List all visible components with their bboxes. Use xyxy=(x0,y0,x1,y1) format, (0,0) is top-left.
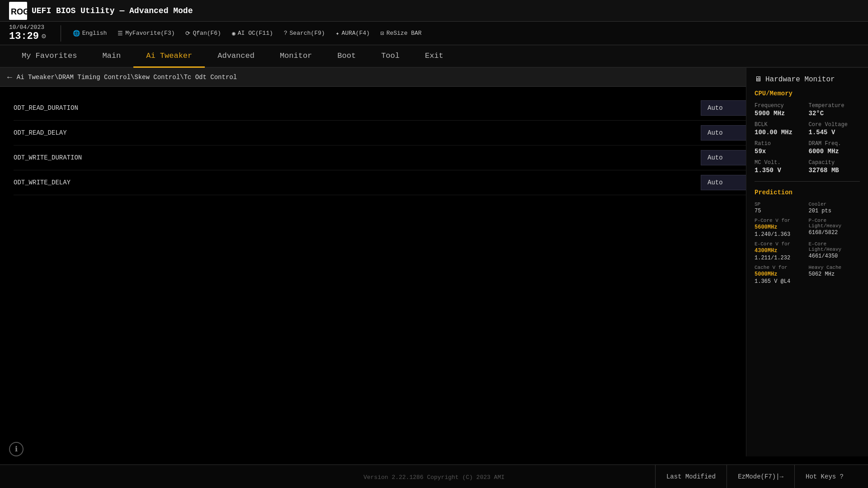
cpu-memory-section-title: CPU/Memory xyxy=(755,90,860,97)
pred-sp: SP 75 xyxy=(755,202,806,214)
nav-boot[interactable]: Boot xyxy=(325,45,368,68)
pred-cache-v: 1.365 V @L4 xyxy=(755,278,806,285)
pred-p-core-v: 1.240/1.363 xyxy=(755,231,806,238)
header: ROG UEFI BIOS Utility — Advanced Mode xyxy=(0,0,868,22)
hw-core-voltage: Core Voltage 1.545 V xyxy=(809,122,860,136)
pred-heavy-cache-value: 5062 MHz xyxy=(809,271,860,277)
pred-cooler-label: Cooler xyxy=(809,202,860,207)
svg-text:ROG: ROG xyxy=(11,7,27,16)
pred-p-core-v-section: P-Core V for 5600MHz 1.240/1.363 xyxy=(755,218,806,238)
hw-bclk-value: 100.00 MHz xyxy=(755,129,806,136)
logo: ROG UEFI BIOS Utility — Advanced Mode xyxy=(9,2,193,20)
pred-cooler: Cooler 201 pts xyxy=(809,202,860,214)
language-label: English xyxy=(82,30,107,37)
qfan-label: Qfan(F6) xyxy=(193,30,221,37)
aura-label: AURA(F4) xyxy=(341,30,369,37)
pred-p-core-lh-label: P-Core Light/Heavy xyxy=(809,218,860,229)
hw-mc-volt: MC Volt. 1.350 V xyxy=(755,160,806,174)
pred-sp-label: SP xyxy=(755,202,806,207)
nav-main[interactable]: Main xyxy=(90,45,133,68)
monitor-icon: 🖥 xyxy=(755,75,762,84)
nav-menu: My Favorites Main Ai Tweaker Advanced Mo… xyxy=(0,45,868,68)
hw-dram-freq-label: DRAM Freq. xyxy=(809,141,860,147)
hw-capacity: Capacity 32768 MB xyxy=(809,160,860,174)
settings-panel: ODT_READ_DURATION Auto ODT_READ_DELAY Au… xyxy=(0,87,868,465)
hw-capacity-label: Capacity xyxy=(809,160,860,166)
app-title: UEFI BIOS Utility — Advanced Mode xyxy=(32,6,193,15)
setting-label-odt-write-duration: ODT_WRITE_DURATION xyxy=(14,154,701,161)
toolbar-divider-1 xyxy=(61,25,61,42)
pred-cooler-value: 201 pts xyxy=(809,208,860,214)
nav-advanced[interactable]: Advanced xyxy=(205,45,267,68)
setting-row-odt-write-duration: ODT_WRITE_DURATION Auto xyxy=(14,145,854,170)
footer: Version 2.22.1286 Copyright (C) 2023 AMI… xyxy=(0,465,868,488)
hw-ratio-label: Ratio xyxy=(755,141,806,147)
pred-e-core-label: E-Core V for xyxy=(755,241,806,247)
hw-core-voltage-label: Core Voltage xyxy=(809,122,860,128)
hw-core-voltage-value: 1.545 V xyxy=(809,129,860,136)
my-favorite-label: MyFavorite(F3) xyxy=(125,30,175,37)
gear-icon[interactable]: ⚙ xyxy=(42,33,46,41)
pred-e-core-lh-label: E-Core Light/Heavy xyxy=(809,241,860,252)
hw-temperature: Temperature 32°C xyxy=(809,103,860,117)
resize-bar-btn[interactable]: ⊡ ReSize BAR xyxy=(376,28,426,39)
version-text: Version 2.22.1286 Copyright (C) 2023 AMI xyxy=(363,474,505,481)
my-favorite-btn[interactable]: ☰ MyFavorite(F3) xyxy=(113,28,179,39)
favorite-icon: ☰ xyxy=(118,30,123,37)
time-text: 13:29 xyxy=(9,31,39,42)
pred-sp-value: 75 xyxy=(755,208,806,214)
pred-e-core-v-section: E-Core V for 4300MHz 1.211/1.232 xyxy=(755,241,806,261)
language-btn[interactable]: 🌐 English xyxy=(68,28,112,39)
qfan-btn[interactable]: ⟳ Qfan(F6) xyxy=(181,28,225,39)
hw-capacity-value: 32768 MB xyxy=(809,167,860,174)
nav-exit[interactable]: Exit xyxy=(412,45,456,68)
nav-tool[interactable]: Tool xyxy=(368,45,412,68)
setting-row-odt-read-delay: ODT_READ_DELAY Auto xyxy=(14,121,854,145)
setting-label-odt-write-delay: ODT_WRITE_DELAY xyxy=(14,179,701,186)
date-text: 10/04/2023 xyxy=(9,24,46,31)
search-label: Search(F9) xyxy=(290,30,325,37)
fan-icon: ⟳ xyxy=(185,30,190,37)
hot-keys-btn[interactable]: Hot Keys ? xyxy=(794,465,854,488)
resize-icon: ⊡ xyxy=(381,30,384,37)
nav-my-favorites[interactable]: My Favorites xyxy=(9,45,90,68)
prediction-grid: SP 75 Cooler 201 pts P-Core V for 5600MH… xyxy=(755,202,860,285)
nav-ai-tweaker[interactable]: Ai Tweaker xyxy=(133,45,205,68)
pred-e-core-lh: 4661/4350 xyxy=(809,253,860,259)
hw-stats-grid: Frequency 5900 MHz Temperature 32°C BCLK… xyxy=(755,103,860,174)
pred-heavy-cache-label: Heavy Cache xyxy=(809,265,860,270)
hw-ratio: Ratio 59x xyxy=(755,141,806,155)
hw-bclk: BCLK 100.00 MHz xyxy=(755,122,806,136)
pred-e-core-freq: 4300MHz xyxy=(755,248,806,254)
search-btn[interactable]: ? Search(F9) xyxy=(279,28,330,38)
hw-monitor-title: 🖥 Hardware Monitor xyxy=(755,75,860,84)
ai-oc-btn[interactable]: ◉ AI OC(F11) xyxy=(227,28,278,39)
pred-p-core-freq: 5600MHz xyxy=(755,224,806,230)
hw-ratio-value: 59x xyxy=(755,148,806,155)
info-button[interactable]: ℹ xyxy=(9,442,24,456)
hw-mc-volt-label: MC Volt. xyxy=(755,160,806,166)
asus-logo-icon: ROG xyxy=(9,2,27,20)
datetime: 10/04/2023 13:29 ⚙ xyxy=(9,24,46,43)
ai-oc-label: AI OC(F11) xyxy=(238,30,273,37)
pred-cache-freq: 5000MHz xyxy=(755,271,806,277)
content-area: ODT_READ_DURATION Auto ODT_READ_DELAY Au… xyxy=(0,87,868,465)
back-button[interactable]: ← xyxy=(7,73,12,82)
hw-mc-volt-value: 1.350 V xyxy=(755,167,806,174)
pred-e-core-lh-section: E-Core Light/Heavy 4661/4350 xyxy=(809,241,860,261)
nav-monitor[interactable]: Monitor xyxy=(267,45,325,68)
ez-mode-btn[interactable]: EzMode(F7)|→ xyxy=(726,465,794,488)
setting-row-odt-write-delay: ODT_WRITE_DELAY Auto xyxy=(14,170,854,195)
ai-icon: ◉ xyxy=(232,30,236,37)
hw-dram-freq: DRAM Freq. 6000 MHz xyxy=(809,141,860,155)
aura-btn[interactable]: ✦ AURA(F4) xyxy=(331,28,374,39)
setting-row-odt-read-duration: ODT_READ_DURATION Auto xyxy=(14,96,854,121)
last-modified-btn[interactable]: Last Modified xyxy=(655,465,726,488)
search-icon: ? xyxy=(284,30,288,37)
globe-icon: 🌐 xyxy=(73,30,80,37)
pred-p-core-label: P-Core V for xyxy=(755,218,806,223)
pred-cache-label: Cache V for xyxy=(755,265,806,270)
setting-label-odt-read-duration: ODT_READ_DURATION xyxy=(14,104,701,112)
prediction-section-title: Prediction xyxy=(755,189,860,196)
setting-label-odt-read-delay: ODT_READ_DELAY xyxy=(14,129,701,136)
